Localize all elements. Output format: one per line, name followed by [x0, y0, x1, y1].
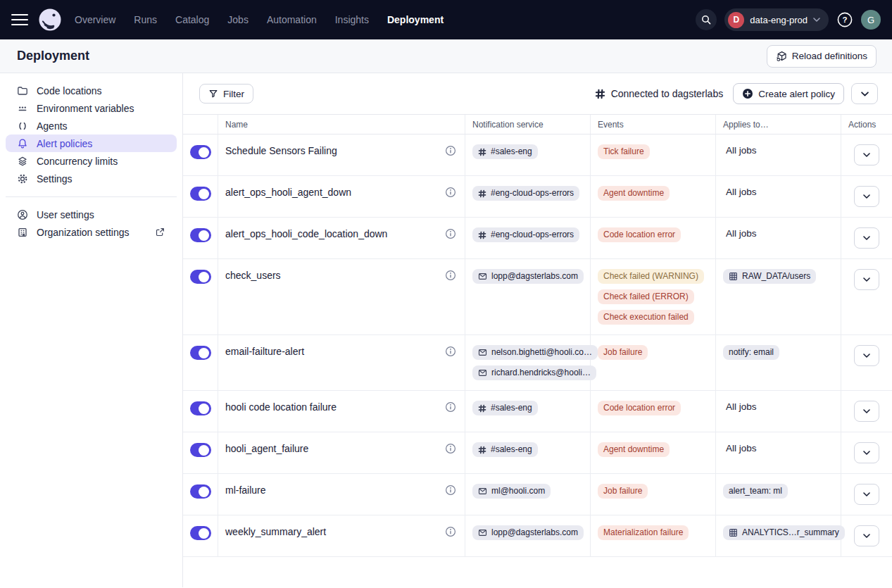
sidebar-item-concurrency-limits[interactable]: Concurrency limits — [6, 152, 177, 170]
policy-enabled-toggle[interactable] — [190, 526, 211, 540]
applies-to-cell: All jobs — [716, 176, 841, 217]
notification-service-cell: #sales-eng — [465, 391, 591, 432]
sidebar-item-label: Concurrency limits — [37, 156, 118, 167]
notification-label: #sales-eng — [491, 146, 532, 157]
notification-chip: nelson.bighetti@hooli.co… — [472, 345, 598, 360]
topnav-items: OverviewRunsCatalogJobsAutomationInsight… — [75, 14, 444, 25]
chevron-down-icon — [863, 451, 870, 455]
filter-button[interactable]: Filter — [199, 84, 253, 104]
row-actions-button[interactable] — [854, 144, 879, 165]
policy-info-button[interactable] — [445, 484, 456, 499]
external-link-icon — [154, 227, 165, 237]
policy-enabled-toggle[interactable] — [190, 401, 211, 415]
plus-circle-icon — [742, 88, 753, 99]
row-actions-button[interactable] — [854, 186, 879, 207]
topnav-item-deployment[interactable]: Deployment — [387, 14, 444, 25]
row-actions-button[interactable] — [854, 525, 879, 546]
event-chip: Job failure — [598, 345, 648, 360]
col-header-events: Events — [591, 115, 716, 134]
policy-enabled-toggle[interactable] — [190, 484, 211, 499]
sidebar-item-agents[interactable]: Agents — [6, 117, 177, 135]
row-actions-button[interactable] — [854, 345, 879, 366]
policy-info-button[interactable] — [445, 228, 456, 242]
applies-to-text: All jobs — [723, 144, 757, 157]
topnav-right: D data-eng-prod ? G — [696, 8, 881, 31]
policy-enabled-toggle[interactable] — [190, 228, 211, 242]
actions-cell — [841, 259, 892, 334]
actions-cell — [841, 515, 892, 556]
policy-info-button[interactable] — [445, 145, 456, 159]
policy-enabled-toggle[interactable] — [190, 346, 211, 360]
organization-icon — [17, 227, 28, 238]
policy-name: email-failture-alert — [225, 345, 304, 358]
svg-text:?: ? — [842, 15, 847, 24]
toggle-cell — [183, 474, 218, 515]
deployment-switcher[interactable]: D data-eng-prod — [724, 8, 829, 31]
sidebar-item-code-locations[interactable]: Code locations — [6, 82, 177, 99]
topnav-item-catalog[interactable]: Catalog — [175, 14, 209, 25]
policy-enabled-toggle[interactable] — [190, 443, 211, 457]
table-row: hooli_agent_failure#sales-engAgent downt… — [183, 432, 892, 474]
hamburger-menu-icon[interactable] — [11, 14, 28, 26]
policy-name: alert_ops_hooli_agent_down — [225, 186, 351, 199]
notification-chip: #sales-eng — [472, 401, 538, 415]
policy-enabled-toggle[interactable] — [190, 270, 211, 284]
table-row: hooli code location failure#sales-engCod… — [183, 391, 892, 432]
row-actions-button[interactable] — [854, 227, 879, 249]
sidebar-item-user-settings[interactable]: User settings — [6, 206, 177, 223]
applies-to-text: All jobs — [723, 442, 757, 455]
reload-definitions-button[interactable]: Reload definitions — [767, 45, 877, 68]
topnav-item-overview[interactable]: Overview — [75, 14, 115, 25]
topnav-item-jobs[interactable]: Jobs — [227, 14, 249, 25]
policy-name: alert_ops_hooli_code_location_down — [225, 227, 387, 240]
row-actions-button[interactable] — [854, 442, 879, 463]
user-avatar[interactable]: G — [861, 10, 881, 30]
name-cell: Schedule Sensors Failing — [218, 135, 465, 175]
create-alert-policy-button[interactable]: Create alert policy — [733, 83, 844, 104]
event-chip: Tick failure — [598, 144, 650, 159]
applies-to-cell: All jobs — [716, 135, 841, 175]
notification-label: #sales-eng — [491, 403, 532, 413]
row-actions-button[interactable] — [854, 401, 879, 422]
policy-info-button[interactable] — [445, 443, 456, 457]
policy-info-button[interactable] — [445, 187, 456, 201]
more-actions-button[interactable] — [851, 83, 878, 104]
notification-chip: #eng-cloud-ops-errors — [472, 227, 579, 242]
dagster-logo[interactable] — [38, 8, 62, 32]
actions-cell — [841, 432, 892, 473]
row-actions-button[interactable] — [854, 269, 879, 290]
notification-service-cell: #eng-cloud-ops-errors — [465, 218, 591, 258]
sidebar-item-organization-settings[interactable]: Organization settings — [6, 223, 177, 241]
sidebar-item-settings[interactable]: Settings — [6, 170, 177, 187]
topnav-item-automation[interactable]: Automation — [267, 14, 317, 25]
applies-to-chip: RAW_DATA/users — [723, 269, 816, 284]
sidebar-item-environment-variables[interactable]: Environment variables — [6, 99, 177, 117]
actions-cell — [841, 335, 892, 390]
policy-enabled-toggle[interactable] — [190, 145, 211, 159]
events-cell: Job failure — [591, 474, 716, 515]
toggle-cell — [183, 391, 218, 432]
policy-info-button[interactable] — [445, 401, 456, 415]
chevron-down-icon — [863, 194, 870, 199]
policy-enabled-toggle[interactable] — [190, 187, 211, 201]
policy-info-button[interactable] — [445, 526, 456, 540]
toggle-cell — [183, 218, 218, 258]
search-button[interactable] — [696, 9, 717, 30]
toggle-cell — [183, 335, 218, 390]
toggle-knob — [199, 272, 209, 282]
topnav-item-runs[interactable]: Runs — [134, 14, 157, 25]
topnav-item-insights[interactable]: Insights — [335, 14, 369, 25]
actions-cell — [841, 391, 892, 432]
name-cell: email-failture-alert — [218, 335, 465, 390]
page-title: Deployment — [17, 49, 89, 63]
policy-info-button[interactable] — [445, 270, 456, 284]
help-icon[interactable]: ? — [836, 11, 853, 28]
policy-info-button[interactable] — [445, 346, 456, 360]
chevron-down-icon — [863, 409, 870, 413]
notification-chip: #eng-cloud-ops-errors — [472, 186, 579, 201]
sidebar-item-alert-policies[interactable]: Alert policies — [6, 135, 177, 152]
row-actions-button[interactable] — [854, 484, 879, 505]
info-icon — [445, 270, 456, 281]
toggle-cell — [183, 515, 218, 556]
table-row: Schedule Sensors Failing#sales-engTick f… — [183, 135, 892, 176]
